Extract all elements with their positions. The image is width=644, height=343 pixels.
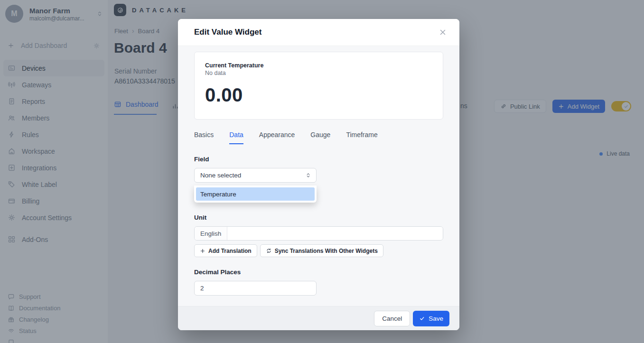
widget-preview-card: Current Temperature No data 0.00 bbox=[194, 52, 443, 120]
preview-title: Current Temperature bbox=[205, 62, 432, 69]
plus-icon bbox=[200, 248, 205, 254]
chevron-updown-icon bbox=[305, 172, 311, 178]
unit-input-group: English bbox=[194, 226, 443, 241]
sync-translations-label: Sync Translations With Other Widgets bbox=[275, 248, 378, 254]
tab-appearance[interactable]: Appearance bbox=[259, 131, 295, 144]
field-select-value: None selected bbox=[200, 172, 305, 179]
decimal-places-label: Decimal Places bbox=[194, 269, 443, 276]
field-dropdown-menu: Temperature bbox=[194, 185, 317, 203]
edit-value-widget-modal: Edit Value Widget Current Temperature No… bbox=[178, 19, 459, 330]
decimal-places-input[interactable] bbox=[194, 281, 317, 296]
sync-translations-button[interactable]: Sync Translations With Other Widgets bbox=[260, 244, 383, 257]
field-option-temperature[interactable]: Temperature bbox=[196, 187, 315, 201]
unit-language-prefix: English bbox=[195, 227, 227, 240]
save-button[interactable]: Save bbox=[413, 311, 449, 326]
close-icon[interactable] bbox=[439, 28, 447, 37]
tab-gauge[interactable]: Gauge bbox=[310, 131, 330, 144]
tab-timeframe[interactable]: Timeframe bbox=[346, 131, 377, 144]
modal-header: Edit Value Widget bbox=[178, 19, 459, 46]
modal-title: Edit Value Widget bbox=[194, 28, 439, 37]
modal-body: Current Temperature No data 0.00 Basics … bbox=[178, 46, 459, 306]
add-translation-label: Add Translation bbox=[208, 248, 252, 254]
preview-subtitle: No data bbox=[205, 70, 432, 76]
cancel-button[interactable]: Cancel bbox=[374, 311, 410, 326]
unit-label: Unit bbox=[194, 214, 443, 221]
tab-basics[interactable]: Basics bbox=[194, 131, 214, 144]
preview-value: 0.00 bbox=[205, 84, 432, 106]
tab-data[interactable]: Data bbox=[229, 131, 243, 144]
save-label: Save bbox=[429, 315, 443, 322]
check-icon bbox=[419, 315, 425, 322]
modal-tabs: Basics Data Appearance Gauge Timeframe bbox=[194, 131, 443, 144]
add-translation-button[interactable]: Add Translation bbox=[194, 244, 257, 257]
field-select[interactable]: None selected bbox=[194, 168, 317, 183]
modal-footer: Cancel Save bbox=[178, 306, 459, 330]
sync-icon bbox=[266, 248, 272, 254]
field-label: Field bbox=[194, 156, 443, 163]
app-root: M Manor Farm malcolm@dulcamar... Add Das… bbox=[0, 0, 644, 343]
unit-input[interactable] bbox=[227, 227, 443, 240]
translation-buttons: Add Translation Sync Translations With O… bbox=[194, 244, 443, 257]
